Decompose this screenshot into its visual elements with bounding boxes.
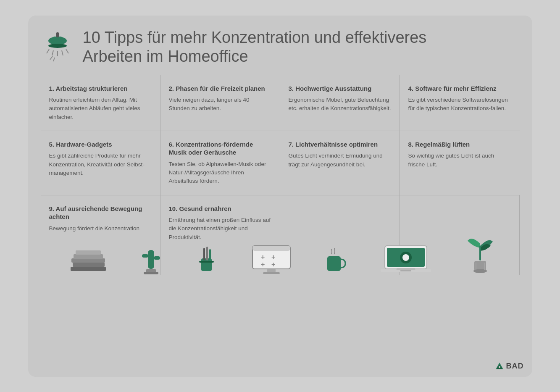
svg-rect-2: [56, 32, 59, 37]
svg-point-45: [473, 269, 487, 273]
grid-row-3: 9. Auf ausreichende Bewegung achten Bewe…: [41, 195, 520, 275]
svg-rect-23: [203, 248, 205, 260]
grid-row-1: 1. Arbeitstag strukturieren Routinen erl…: [41, 75, 520, 131]
tip-5-title: 5. Hardware-Gadgets: [49, 140, 152, 149]
svg-rect-41: [400, 270, 411, 271]
tip-cell-2: 2. Phasen für die Freizeit planen Viele …: [160, 75, 280, 131]
tip-7-text: Gutes Licht verhindert Ermüdung und träg…: [289, 152, 391, 169]
svg-rect-50: [499, 366, 500, 368]
tip-cell-4: 4. Software für mehr Effizienz Es gibt v…: [400, 75, 520, 131]
plant-vase-illustration: [465, 233, 495, 275]
tip-cell-8: 8. Regelmäßig lüften So wichtig wie gute…: [400, 131, 520, 195]
tip-cell-3: 3. Hochwertige Ausstattung Ergonomische …: [280, 75, 400, 131]
tip-6-title: 6. Konzentrations-fördernde Musik oder G…: [169, 140, 271, 157]
header-text: 10 Tipps für mehr Konzentration und effe…: [83, 28, 427, 66]
svg-text:+: +: [271, 253, 275, 260]
tip-6-text: Testen Sie, ob Alphawellen-Musik oder Na…: [169, 160, 271, 186]
tip-2-title: 2. Phasen für die Freizeit planen: [169, 84, 271, 93]
pencil-cup-illustration: [195, 242, 218, 275]
coffee-mug-illustration: [325, 246, 346, 275]
tip-8-title: 8. Regelmäßig lüften: [408, 140, 511, 149]
tips-grid: 1. Arbeitstag strukturieren Routinen erl…: [28, 75, 532, 275]
books-illustration: [69, 246, 107, 275]
lamp-icon: [41, 30, 74, 64]
svg-line-5: [52, 50, 53, 55]
svg-rect-17: [142, 254, 148, 258]
tip-5-text: Es gibt zahlreiche Produkte für mehr Kon…: [49, 152, 152, 177]
bad-logo: BAD: [495, 362, 524, 371]
tip-4-title: 4. Software für mehr Effizienz: [408, 84, 511, 93]
svg-rect-24: [206, 247, 208, 260]
svg-text:+: +: [271, 261, 275, 268]
svg-rect-25: [209, 249, 211, 260]
tip-cell-1: 1. Arbeitstag strukturieren Routinen erl…: [41, 75, 160, 131]
svg-rect-18: [154, 256, 160, 260]
laptop-illustration: [379, 242, 433, 275]
bad-logo-icon: [495, 362, 504, 371]
header: 10 Tipps für mehr Konzentration und effe…: [28, 16, 532, 75]
tip-9-title: 9. Auf ausreichende Bewegung achten: [49, 205, 152, 221]
svg-rect-16: [148, 250, 154, 269]
main-card: 10 Tipps für mehr Konzentration und effe…: [28, 16, 532, 377]
svg-line-7: [62, 50, 63, 55]
svg-line-8: [66, 49, 68, 53]
header-title-line1: 10 Tipps für mehr Konzentration und effe…: [83, 28, 427, 47]
svg-text:+: +: [261, 261, 265, 268]
monitor-illustration: + + + +: [250, 242, 292, 275]
svg-line-10: [53, 58, 55, 61]
svg-rect-20: [144, 272, 158, 274]
svg-rect-33: [263, 272, 280, 274]
tip-cell-5: 5. Hardware-Gadgets Es gibt zahlreiche P…: [41, 131, 160, 195]
svg-rect-40: [396, 268, 415, 270]
svg-line-9: [50, 56, 53, 60]
tip-10-title: 10. Gesund ernähren: [169, 205, 271, 213]
illustrations: + + + +: [41, 225, 520, 275]
tip-7-title: 7. Lichtverhältnisse optimiren: [289, 140, 391, 149]
svg-line-4: [47, 49, 49, 53]
svg-rect-12: [73, 263, 105, 267]
svg-rect-15: [76, 250, 101, 255]
tip-cell-7: 7. Lichtverhältnisse optimiren Gutes Lic…: [280, 131, 400, 195]
tip-3-text: Ergonomische Möbel, gute Beleuchtung etc…: [289, 96, 391, 113]
svg-text:+: +: [261, 253, 265, 260]
tip-1-title: 1. Arbeitstag strukturieren: [49, 84, 152, 93]
grid-row-2: 5. Hardware-Gadgets Es gibt zahlreiche P…: [41, 131, 520, 195]
svg-rect-13: [71, 267, 106, 271]
tip-8-text: So wichtig wie gutes Licht ist auch fris…: [408, 152, 511, 169]
svg-point-38: [402, 254, 409, 261]
svg-rect-27: [252, 246, 290, 251]
tip-3-title: 3. Hochwertige Ausstattung: [289, 84, 391, 93]
svg-rect-22: [199, 261, 214, 263]
cactus-illustration: [139, 242, 163, 275]
bad-logo-text: BAD: [506, 362, 524, 371]
svg-rect-42: [479, 246, 481, 260]
svg-rect-11: [71, 258, 105, 263]
svg-rect-34: [327, 256, 341, 271]
tip-4-text: Es gibt verschiedene Softwarelösungen fü…: [408, 96, 511, 113]
tip-1-text: Routinen erleichtern den Alltag. Mit aut…: [49, 96, 152, 121]
svg-rect-32: [267, 269, 276, 272]
svg-point-3: [48, 44, 67, 48]
tip-cell-6: 6. Konzentrations-fördernde Musik oder G…: [160, 131, 280, 195]
header-title-line2: Arbeiten im Homeoffice: [83, 47, 427, 66]
tip-2-text: Viele neigen dazu, länger als 40 Stunden…: [169, 96, 271, 113]
svg-rect-14: [74, 254, 103, 259]
